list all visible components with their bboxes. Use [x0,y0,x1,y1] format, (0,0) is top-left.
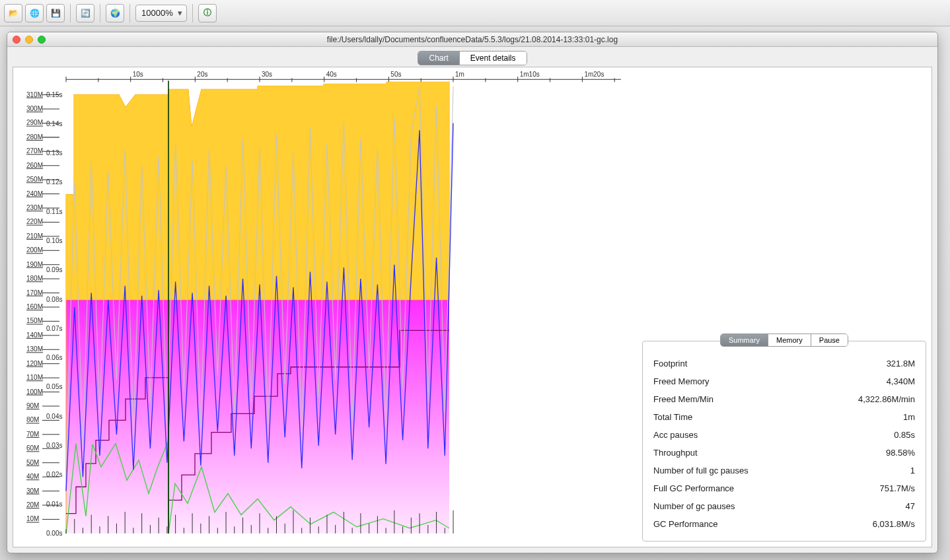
summary-row: Total Time1m [653,408,915,426]
svg-text:230M: 230M [26,204,43,211]
svg-text:40s: 40s [326,71,337,78]
summary-label: GC Performance [653,519,718,529]
open-url-button[interactable]: 🌐 [25,4,44,22]
svg-text:210M: 210M [26,232,43,240]
svg-text:50s: 50s [390,71,401,78]
summary-row: Footprint321.8M [653,355,915,372]
summary-value: 1 [910,466,915,475]
svg-text:300M: 300M [26,105,43,112]
info-icon: ⓘ [203,7,211,18]
svg-text:50M: 50M [26,459,39,466]
content-area: 10s20s30s40s50s1m1m10s1m20s [13,67,932,547]
summary-value: 47 [906,501,915,511]
save-button[interactable]: 💾 [46,4,65,22]
svg-text:0.13s: 0.13s [46,149,62,157]
svg-text:30s: 30s [262,71,272,78]
svg-text:0.06s: 0.06s [46,354,62,361]
summary-row: Number of full gc pauses1 [653,462,915,479]
summary-value: 6,031.8M/s [873,519,915,529]
window-title: file:/Users/ldally/Documents/confluenceD… [327,35,618,44]
svg-text:90M: 90M [26,402,39,409]
svg-text:240M: 240M [26,190,43,197]
svg-text:0.04s: 0.04s [46,413,62,420]
summary-label: Freed Memory [653,376,710,386]
svg-text:180M: 180M [26,275,43,282]
summary-label: Footprint [653,359,687,368]
svg-text:0.02s: 0.02s [46,471,62,478]
toolbar-separator [70,4,71,22]
svg-text:270M: 270M [26,147,43,155]
refresh-icon: 🔄 [81,9,91,18]
world-icon: 🌍 [110,9,120,18]
svg-text:260M: 260M [26,162,43,169]
summary-value: 4,340M [887,376,915,386]
svg-text:250M: 250M [26,176,43,183]
watch-button[interactable]: 🌍 [106,4,124,22]
summary-panel: Summary Memory Pause Footprint321.8MFree… [642,341,926,542]
summary-row: Acc pauses0.85s [653,426,915,444]
minimize-window-button[interactable] [25,36,33,44]
svg-text:150M: 150M [26,317,43,324]
tab-summary[interactable]: Summary [721,334,768,346]
summary-row: Throughput98.58% [653,444,915,462]
chart-area[interactable]: 10s20s30s40s50s1m1m10s1m20s [13,67,634,547]
tab-chart[interactable]: Chart [418,52,459,65]
summary-label: Number of gc pauses [653,501,735,511]
toolbar-separator [100,4,100,22]
svg-text:0.10s: 0.10s [46,237,62,244]
save-icon: 💾 [51,9,61,18]
svg-text:70M: 70M [26,431,39,438]
tab-event-details[interactable]: Event details [460,52,527,65]
svg-text:140M: 140M [26,332,43,339]
svg-text:190M: 190M [26,261,43,268]
summary-tabs: Summary Memory Pause [643,333,926,347]
refresh-button[interactable]: 🔄 [76,4,94,22]
svg-text:0.05s: 0.05s [46,383,62,390]
summary-label: Number of full gc pauses [653,466,749,475]
svg-text:0.08s: 0.08s [46,296,62,303]
toolbar-separator [192,4,193,22]
tab-pause[interactable]: Pause [811,334,848,346]
svg-text:20M: 20M [26,501,39,508]
svg-text:130M: 130M [26,345,43,353]
tab-memory[interactable]: Memory [768,334,811,346]
document-window: file:/Users/ldally/Documents/confluenceD… [7,32,938,553]
close-window-button[interactable] [13,36,20,44]
open-file-button[interactable]: 📂 [4,4,22,22]
summary-row: Number of gc pauses47 [653,497,915,515]
zoom-select[interactable]: 10000% [135,5,187,22]
summary-row: Full GC Performance751.7M/s [653,479,915,497]
summary-label: Freed Mem/Min [653,394,713,404]
globe-icon: 🌐 [30,9,40,18]
svg-text:0.00s: 0.00s [46,530,62,537]
gc-chart: 10s20s30s40s50s1m1m10s1m20s [13,67,634,547]
about-button[interactable]: ⓘ [198,4,217,22]
window-titlebar[interactable]: file:/Users/ldally/Documents/confluenceD… [7,32,937,47]
view-tabs: Chart Event details [7,47,937,65]
svg-text:80M: 80M [26,416,39,423]
window-controls [13,36,46,44]
summary-label: Full GC Performance [653,483,734,493]
svg-text:280M: 280M [26,133,43,141]
svg-text:120M: 120M [26,360,43,367]
svg-text:0.07s: 0.07s [46,325,62,332]
svg-text:10s: 10s [133,71,143,78]
svg-text:40M: 40M [26,473,39,480]
summary-value: 1m [903,412,915,422]
summary-value: 98.58% [886,448,915,458]
summary-body: Footprint321.8MFreed Memory4,340MFreed M… [643,347,926,536]
summary-label: Throughput [653,448,698,458]
svg-text:0.09s: 0.09s [46,266,62,273]
svg-text:0.01s: 0.01s [46,501,62,508]
app-toolbar: 📂 🌐 💾 🔄 🌍 10000% ⓘ [0,0,950,26]
svg-text:310M: 310M [26,91,43,98]
svg-text:170M: 170M [26,289,43,297]
svg-text:100M: 100M [26,388,43,396]
zoom-window-button[interactable] [38,36,46,44]
svg-text:220M: 220M [26,218,43,225]
svg-text:30M: 30M [26,487,39,495]
svg-text:20s: 20s [197,71,207,78]
svg-text:0.11s: 0.11s [46,208,62,215]
svg-text:10M: 10M [26,515,39,522]
summary-row: Freed Mem/Min4,322.86M/min [653,390,915,408]
